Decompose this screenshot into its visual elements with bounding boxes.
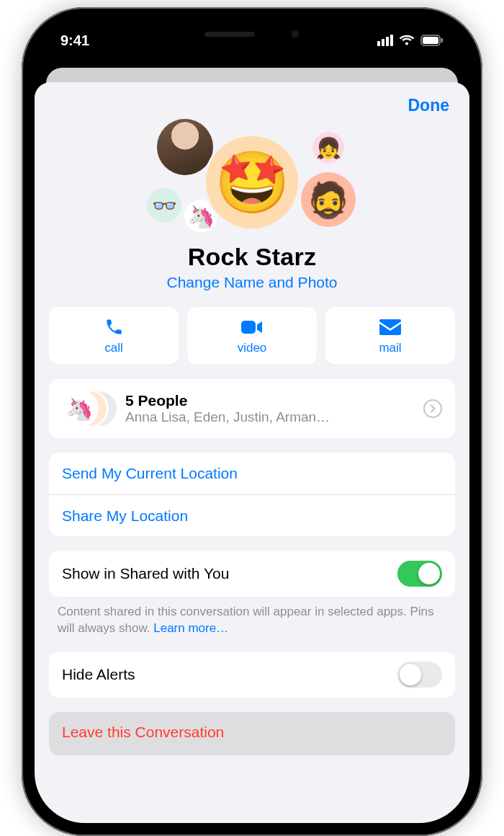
cellular-icon [377, 35, 393, 46]
call-label: call [104, 341, 123, 355]
member-avatar: 👓 [147, 188, 181, 223]
details-sheet: Done 👓 🦄 🤩 👧 🧔 Rock Starz Change Name an… [35, 82, 469, 823]
notch [162, 20, 342, 48]
alerts-group: Hide Alerts [49, 652, 455, 698]
mail-button[interactable]: mail [325, 307, 455, 365]
people-title: 5 People [125, 392, 418, 409]
show-in-shared-toggle[interactable] [397, 561, 442, 587]
video-label: video [238, 341, 267, 355]
send-location-row[interactable]: Send My Current Location [49, 453, 455, 494]
chevron-right-icon [423, 399, 442, 418]
wifi-icon [399, 35, 415, 46]
mail-label: mail [379, 341, 401, 355]
screen: 9:41 Done 👓 🦄 🤩 [35, 20, 469, 823]
member-avatar: 👧 [312, 132, 344, 164]
group-photo: 🤩 [206, 136, 298, 228]
show-in-shared-label: Show in Shared with You [62, 565, 397, 582]
group-avatar-cluster[interactable]: 👓 🦄 🤩 👧 🧔 [35, 119, 469, 241]
show-in-shared-row: Show in Shared with You [49, 551, 455, 597]
status-time: 9:41 [60, 32, 89, 49]
call-button[interactable]: call [49, 307, 179, 365]
send-location-label: Send My Current Location [62, 465, 238, 482]
people-row[interactable]: 🦄 5 People Anna Lisa, Eden, Justin, Arma… [49, 379, 455, 438]
share-location-label: Share My Location [62, 507, 188, 525]
people-subtitle: Anna Lisa, Eden, Justin, Arman… [125, 409, 418, 425]
video-button[interactable]: video [187, 307, 317, 365]
hide-alerts-toggle[interactable] [397, 662, 442, 688]
done-button[interactable]: Done [404, 95, 454, 116]
shared-footnote-text: Content shared in this conversation will… [58, 605, 434, 635]
leave-conversation-row[interactable]: Leave this Conversation [49, 712, 455, 755]
people-group: 🦄 5 People Anna Lisa, Eden, Justin, Arma… [49, 379, 455, 438]
phone-frame: 9:41 Done 👓 🦄 🤩 [22, 7, 482, 836]
hide-alerts-label: Hide Alerts [62, 666, 397, 683]
contact-actions: call video mail [35, 307, 469, 365]
battery-icon [420, 35, 444, 46]
share-location-row[interactable]: Share My Location [49, 494, 455, 536]
shared-group: Show in Shared with You [49, 551, 455, 597]
sheet-header: Done [35, 82, 469, 116]
shared-footnote: Content shared in this conversation will… [35, 597, 469, 637]
svg-rect-1 [423, 37, 438, 44]
learn-more-link[interactable]: Learn more… [153, 621, 228, 635]
group-name: Rock Starz [35, 243, 469, 271]
hide-alerts-row: Hide Alerts [49, 652, 455, 698]
change-name-photo-link[interactable]: Change Name and Photo [35, 274, 469, 291]
mail-icon [379, 316, 401, 338]
location-group: Send My Current Location Share My Locati… [49, 453, 455, 536]
leave-group: Leave this Conversation [49, 712, 455, 755]
member-avatar [157, 119, 213, 175]
leave-conversation-label: Leave this Conversation [62, 724, 224, 740]
people-avatars: 🦄 [62, 389, 118, 428]
video-icon [240, 316, 264, 338]
member-avatar: 🧔 [301, 172, 356, 227]
svg-rect-2 [441, 38, 444, 43]
svg-rect-3 [241, 321, 256, 334]
phone-icon [104, 316, 123, 338]
